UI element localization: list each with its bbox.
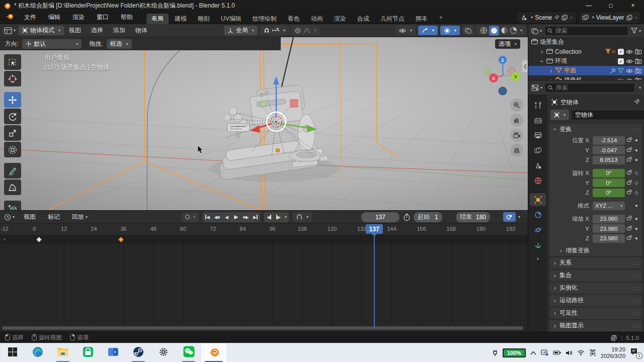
tool-box-select[interactable]: [4, 54, 21, 70]
breadcrumb-object[interactable]: 空物体: [560, 98, 579, 107]
menubar-menu[interactable]: 窗口: [91, 12, 115, 23]
transform-field[interactable]: 0°: [593, 178, 625, 187]
ortho-toggle-button[interactable]: [510, 144, 523, 157]
properties-search-input[interactable]: [555, 83, 632, 92]
transform-field[interactable]: 23.980: [593, 234, 625, 243]
render-visibility-icon[interactable]: [635, 49, 641, 54]
collapsed-panel[interactable]: › 视图显示 ::::: [549, 320, 642, 331]
viewport-menu[interactable]: 选择: [86, 25, 108, 36]
axis-neg-z-ball[interactable]: [499, 87, 507, 95]
collection-checkbox[interactable]: ✓: [618, 49, 624, 55]
pin-icon[interactable]: [554, 15, 559, 20]
pan-button[interactable]: [510, 114, 523, 127]
properties-tab-constraints[interactable]: [530, 208, 546, 221]
taskbar-clock[interactable]: 19:20 2026/3/20: [601, 346, 625, 359]
prev-keyframe-button[interactable]: ◀◆: [212, 212, 222, 222]
delta-transform-panel[interactable]: › 增量变换: [549, 246, 642, 256]
render-visibility-icon[interactable]: [635, 68, 641, 73]
viewlayer-selector[interactable]: ▾ ViewLayer ×: [580, 13, 640, 23]
jump-to-start-button[interactable]: ◀: [203, 212, 212, 222]
editor-type-button[interactable]: ▾: [0, 27, 19, 34]
keying-popover-button[interactable]: [503, 212, 516, 222]
workspace-tab[interactable]: 雕刻: [193, 14, 215, 24]
maximize-button[interactable]: □: [600, 0, 622, 11]
menubar-menu[interactable]: 文件: [18, 12, 42, 23]
transform-panel-header[interactable]: › 变换 ::::: [549, 124, 642, 135]
panel-grip[interactable]: ::::: [632, 127, 639, 132]
transform-orientation-dropdown[interactable]: 全局 ▾: [224, 26, 258, 35]
add-workspace-button[interactable]: +: [433, 12, 449, 23]
outliner-search-input[interactable]: [554, 27, 625, 35]
properties-tab-object[interactable]: [530, 193, 546, 206]
close-button[interactable]: ×: [622, 0, 644, 11]
stopwatch-icon[interactable]: [403, 213, 411, 221]
eye-icon[interactable]: [626, 59, 633, 64]
scene-selector[interactable]: ▾ Scene ×: [518, 13, 575, 23]
workspace-tab[interactable]: 合成: [352, 14, 374, 24]
collapsed-panel[interactable]: › 集合 ::::: [549, 270, 642, 281]
workspace-tab[interactable]: 动画: [306, 14, 328, 24]
minimize-button[interactable]: —: [578, 0, 600, 11]
transform-field[interactable]: XYZ ...▾: [593, 202, 625, 210]
direction-dropdown[interactable]: 默认 ▾: [22, 39, 82, 49]
workspace-tab[interactable]: 布局: [146, 14, 169, 24]
properties-tab-view-layer[interactable]: [530, 144, 546, 157]
tool-scale[interactable]: [4, 125, 21, 141]
battery-indicator[interactable]: 100%: [503, 348, 526, 357]
shading-material-icon[interactable]: [501, 27, 508, 34]
menubar-menu[interactable]: 渲染: [66, 12, 91, 23]
next-keyframe-button[interactable]: ◆▶: [241, 212, 251, 222]
taskbar-app-start[interactable]: [0, 343, 25, 362]
tool-annotate[interactable]: [4, 163, 21, 178]
tool-transform[interactable]: [4, 142, 21, 157]
current-frame-field[interactable]: 137: [361, 212, 399, 222]
gizmo-toggle[interactable]: ▾: [418, 26, 438, 35]
sync-icon[interactable]: [541, 349, 548, 356]
play-reverse-button[interactable]: ◀: [222, 212, 231, 222]
outliner-filter-button[interactable]: ▾: [631, 28, 641, 34]
collection-checkbox[interactable]: ✓: [618, 58, 624, 64]
properties-tab-render[interactable]: [530, 114, 546, 127]
workspace-tab[interactable]: 纹理绘制: [248, 14, 282, 24]
animate-decorator[interactable]: ●: [633, 148, 640, 153]
timeline-menu[interactable]: 视图: [18, 212, 42, 223]
transform-field[interactable]: 0°: [593, 169, 625, 177]
taskbar-app-settings[interactable]: [151, 343, 176, 362]
playhead[interactable]: [374, 224, 375, 327]
image-empty-marker[interactable]: [290, 100, 298, 107]
object-id-dropdown[interactable]: ▾: [550, 110, 569, 120]
outliner-row[interactable]: 场景集合: [528, 37, 644, 47]
animate-decorator[interactable]: ●: [633, 157, 640, 162]
panel-grip[interactable]: ::::: [632, 286, 639, 291]
outliner-row[interactable]: › 环境 ✓: [528, 56, 644, 66]
keyframe-decorator[interactable]: ◇: [633, 190, 640, 195]
play-button[interactable]: ▶: [231, 212, 241, 222]
outliner-row[interactable]: › 平面: [528, 66, 644, 75]
ime-indicator[interactable]: 英: [589, 348, 596, 357]
taskbar-app-photos[interactable]: [101, 343, 126, 362]
wifi-icon[interactable]: [577, 350, 585, 355]
expand-toggle[interactable]: ›: [548, 77, 553, 81]
lock-icon[interactable]: [625, 227, 633, 230]
taskbar-app-blender[interactable]: [201, 343, 226, 362]
lock-icon[interactable]: [625, 182, 633, 185]
xray-toggle[interactable]: [462, 26, 474, 35]
zoom-button[interactable]: [510, 99, 523, 112]
animate-decorator[interactable]: ●: [633, 236, 640, 241]
tool-add-cube[interactable]: [4, 201, 21, 210]
outliner-editor-button[interactable]: ▾: [531, 28, 542, 34]
eye-icon[interactable]: [626, 68, 633, 73]
animate-decorator[interactable]: ●: [633, 203, 640, 208]
sidebar-collapse-tab[interactable]: ❮: [522, 60, 528, 72]
lock-icon[interactable]: [625, 191, 633, 194]
collapsed-panel[interactable]: › 关系 ::::: [549, 257, 642, 268]
viewport-options-button[interactable]: 选项 ▾: [495, 39, 520, 49]
workspace-tab[interactable]: 几何节点: [375, 14, 410, 24]
pin-id-icon[interactable]: [634, 99, 640, 105]
viewport-menu[interactable]: 物体: [130, 25, 152, 36]
overlays-toggle[interactable]: ▾: [440, 26, 460, 35]
keyframe-decorator[interactable]: ◇: [633, 170, 640, 175]
animate-decorator[interactable]: ●: [633, 138, 640, 143]
animate-decorator[interactable]: ●: [633, 216, 640, 221]
lock-icon[interactable]: [625, 139, 633, 142]
